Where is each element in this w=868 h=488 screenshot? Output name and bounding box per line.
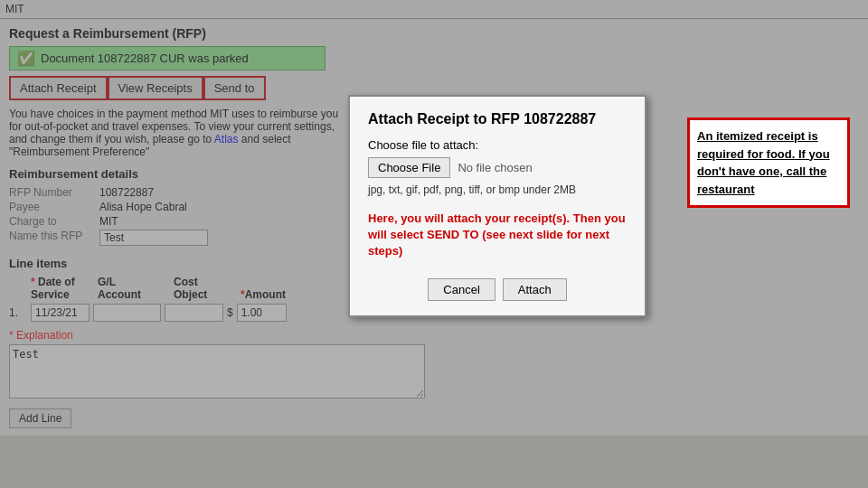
file-types-text: jpg, txt, gif, pdf, png, tiff, or bmp un… — [368, 183, 627, 196]
file-input-row: Choose File No file chosen — [368, 157, 627, 178]
attach-receipt-modal: Attach Receipt to RFP 108722887 Choose f… — [348, 95, 646, 317]
choose-file-button[interactable]: Choose File — [368, 157, 450, 178]
no-file-text: No file chosen — [458, 161, 532, 174]
modal-cancel-button[interactable]: Cancel — [428, 278, 495, 301]
annotation-text: An itemized receipt is required for food… — [697, 129, 830, 196]
modal-title: Attach Receipt to RFP 108722887 — [368, 111, 627, 127]
annotation-box: An itemized receipt is required for food… — [687, 117, 850, 208]
modal-buttons: Cancel Attach — [368, 278, 627, 301]
modal-choose-label: Choose file to attach: — [368, 138, 627, 152]
modal-attach-button[interactable]: Attach — [503, 278, 567, 301]
modal-instruction: Here, you will attach your receipt(s). T… — [368, 211, 627, 260]
